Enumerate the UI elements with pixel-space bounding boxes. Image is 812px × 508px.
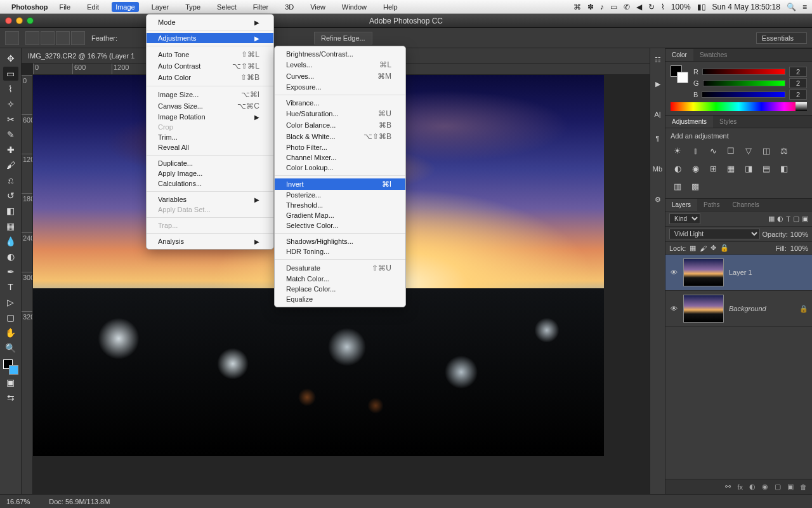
image-menu-item-trim[interactable]: Trim...	[147, 132, 273, 142]
fg-bg-color-swatch[interactable]	[3, 359, 18, 375]
adjust-menu-item-hue-saturation[interactable]: Hue/Saturation...⌘U	[275, 108, 405, 119]
tab-color[interactable]: Color	[665, 49, 693, 61]
adjust-menu-item-desaturate[interactable]: Desaturate⇧⌘U	[275, 262, 405, 274]
adjust-menu-item-hdr-toning[interactable]: HDR Toning...	[275, 246, 405, 257]
lock-transparent-icon[interactable]: ▦	[690, 244, 696, 252]
zoom-level[interactable]: 16.67%	[6, 498, 30, 505]
adjust-menu-item-match-color[interactable]: Match Color...	[275, 274, 405, 284]
adj-channelmixer-icon[interactable]: ⊞	[707, 163, 719, 174]
image-menu-item-mode[interactable]: Mode▶	[147, 17, 273, 27]
menu-3d[interactable]: 3D	[281, 2, 298, 12]
quickmask-tool-icon[interactable]: ▣	[3, 375, 18, 389]
adjust-menu-item-selective-color[interactable]: Selective Color...	[275, 220, 405, 231]
wifi-icon[interactable]: ⌇	[661, 3, 665, 11]
lasso-tool-icon[interactable]: ⌇	[3, 82, 18, 96]
image-menu-item-auto-color[interactable]: Auto Color⇧⌘B	[147, 72, 273, 83]
adj-levels-icon[interactable]: ⫿	[690, 145, 701, 156]
filter-type-icon[interactable]: T	[786, 215, 790, 223]
lock-all-icon[interactable]: 🔒	[720, 244, 729, 252]
tab-paths[interactable]: Paths	[697, 199, 726, 211]
bluetooth-icon[interactable]: ⌘	[573, 3, 581, 11]
adj-bw-icon[interactable]: ◐	[672, 163, 683, 174]
brush-tool-icon[interactable]: 🖌	[3, 158, 18, 172]
eraser-tool-icon[interactable]: ◧	[3, 204, 18, 218]
blue-value[interactable]: 2	[789, 90, 807, 100]
tab-channels[interactable]: Channels	[726, 199, 766, 211]
adj-photofilter-icon[interactable]: ◉	[690, 163, 701, 174]
status-icon[interactable]: ✽	[587, 3, 594, 11]
adjust-menu-item-levels[interactable]: Levels...⌘L	[275, 59, 405, 70]
image-menu-item-auto-contrast[interactable]: Auto Contrast⌥⇧⌘L	[147, 60, 273, 72]
selection-add-icon[interactable]	[41, 31, 55, 45]
adjust-menu-item-gradient-map[interactable]: Gradient Map...	[275, 210, 405, 220]
layer-row[interactable]: 👁Layer 1	[665, 255, 812, 291]
green-slider[interactable]	[703, 80, 785, 86]
tab-adjustments[interactable]: Adjustments	[665, 116, 713, 128]
adj-exposure-icon[interactable]: ☐	[725, 145, 737, 156]
menu-select[interactable]: Select	[213, 2, 240, 12]
adjust-menu-item-invert[interactable]: Invert⌘I	[275, 178, 405, 190]
workspace-switcher[interactable]: Essentials	[756, 32, 807, 44]
adjust-menu-item-threshold[interactable]: Threshold...	[275, 200, 405, 210]
menu-layer[interactable]: Layer	[148, 2, 173, 12]
type-tool-icon[interactable]: T	[3, 280, 18, 294]
image-menu-item-image-size[interactable]: Image Size...⌥⌘I	[147, 89, 273, 100]
layer-visibility-icon[interactable]: 👁	[669, 269, 678, 276]
document-info[interactable]: Doc: 56.9M/113.8M	[49, 498, 110, 505]
image-menu-item-image-rotation[interactable]: Image Rotation▶	[147, 112, 273, 122]
sync-icon[interactable]: ↻	[648, 3, 655, 11]
history-panel-icon[interactable]: ☷	[652, 53, 664, 66]
image-menu-item-reveal-all[interactable]: Reveal All	[147, 142, 273, 152]
lock-pixels-icon[interactable]: 🖌	[700, 244, 707, 252]
blend-mode-select[interactable]: Vivid Light	[669, 229, 760, 239]
clone-stamp-tool-icon[interactable]: ⎌	[3, 173, 18, 187]
notifications-icon[interactable]: ≡	[802, 3, 807, 11]
adjust-menu-item-vibrance[interactable]: Vibrance...	[275, 98, 405, 108]
move-tool-icon[interactable]: ✥	[3, 51, 18, 65]
adj-gradientmap-icon[interactable]: ▥	[672, 180, 683, 192]
opacity-value[interactable]: 100%	[790, 231, 808, 238]
dodge-tool-icon[interactable]: ◐	[3, 250, 18, 264]
color-spectrum[interactable]	[671, 102, 807, 111]
image-menu-item-analysis[interactable]: Analysis▶	[147, 236, 273, 246]
spotlight-icon[interactable]: 🔍	[787, 3, 796, 11]
properties-panel-icon[interactable]: ⚙	[652, 193, 664, 206]
adj-colorlookup-icon[interactable]: ▦	[725, 163, 737, 174]
adj-brightness-icon[interactable]: ☀	[672, 145, 683, 156]
menu-image[interactable]: Image	[112, 2, 139, 12]
layer-visibility-icon[interactable]: 👁	[669, 305, 678, 312]
zoom-window-button[interactable]	[27, 17, 34, 24]
phone-icon[interactable]: ✆	[624, 3, 630, 11]
filter-smart-icon[interactable]: ▣	[802, 215, 808, 223]
character-panel-icon[interactable]: A|	[652, 108, 664, 121]
image-menu-item-variables[interactable]: Variables▶	[147, 194, 273, 204]
battery-icon[interactable]: ▮▯	[697, 3, 706, 11]
refine-edge-button[interactable]: Refine Edge...	[314, 32, 372, 44]
fill-value[interactable]: 100%	[790, 244, 808, 252]
delete-layer-icon[interactable]: 🗑	[800, 483, 807, 491]
adj-posterize-icon[interactable]: ▤	[761, 163, 772, 174]
lock-position-icon[interactable]: ✥	[710, 244, 716, 252]
link-layers-icon[interactable]: ⚯	[725, 483, 731, 491]
adj-colorbalance-icon[interactable]: ⚖	[778, 145, 790, 156]
selection-intersect-icon[interactable]	[71, 31, 85, 45]
image-menu-item-adjustments[interactable]: Adjustments▶	[147, 33, 273, 43]
layer-name[interactable]: Layer 1	[729, 269, 808, 276]
healing-brush-tool-icon[interactable]: ✚	[3, 143, 18, 157]
marquee-tool-icon[interactable]: ▭	[3, 67, 18, 81]
menu-file[interactable]: File	[55, 2, 74, 12]
shape-tool-icon[interactable]: ▢	[3, 311, 18, 324]
minimize-window-button[interactable]	[16, 17, 23, 24]
red-value[interactable]: 2	[789, 67, 807, 77]
gradient-tool-icon[interactable]: ▦	[3, 219, 18, 233]
hand-tool-icon[interactable]: ✋	[3, 326, 18, 340]
adj-hue-icon[interactable]: ◫	[761, 145, 772, 156]
layer-thumbnail[interactable]	[683, 295, 724, 323]
volume-icon[interactable]: ◀	[636, 3, 642, 11]
actions-panel-icon[interactable]: ▶	[652, 77, 664, 90]
image-menu-item-canvas-size[interactable]: Canvas Size...⌥⌘C	[147, 100, 273, 112]
new-group-icon[interactable]: ▢	[775, 483, 781, 491]
airplay-icon[interactable]: ▭	[610, 3, 617, 11]
image-menu-item-duplicate[interactable]: Duplicate...	[147, 158, 273, 168]
selection-subtract-icon[interactable]	[56, 31, 70, 45]
